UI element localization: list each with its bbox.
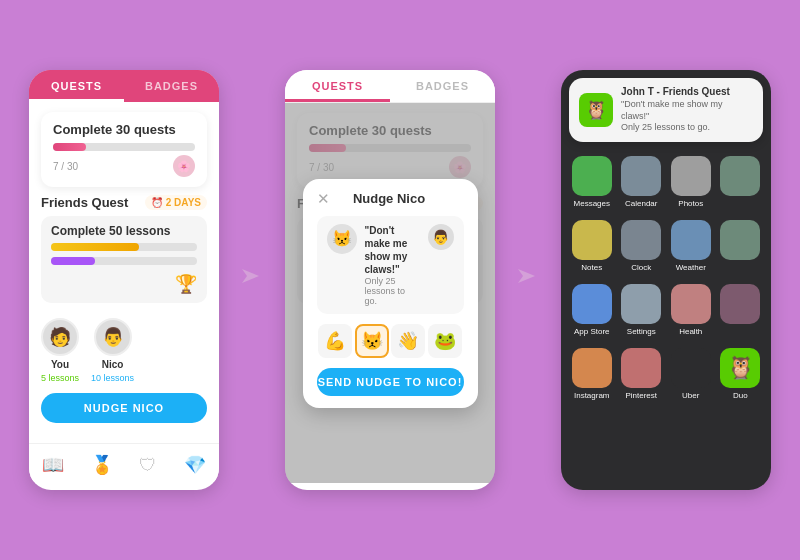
app-instagram[interactable]: Instagram: [571, 348, 613, 400]
app-settings[interactable]: Settings: [621, 284, 663, 336]
modal-header: ✕ Nudge Nico: [317, 191, 464, 206]
ios-notification[interactable]: 🦉 John T - Friends Quest "Don't make me …: [569, 78, 763, 142]
friends-header-1: Friends Quest ⏰ 2 DAYS: [41, 195, 207, 210]
app-duolingo[interactable]: 🦉 Duo: [720, 348, 762, 400]
app-appstore[interactable]: App Store: [571, 284, 613, 336]
quest1-progress-text: 7 / 30 🌸: [53, 155, 195, 177]
phone2-content: Complete 30 quests 7 / 30 🌸 Friends Ques…: [285, 103, 495, 483]
send-nudge-button[interactable]: SEND NUDGE TO NICO!: [317, 368, 464, 396]
avatar-nico-circle: 👨: [94, 318, 132, 356]
app-uber[interactable]: Uber: [670, 348, 712, 400]
notif-text: John T - Friends Quest "Don't make me sh…: [621, 86, 753, 134]
app-grid-row1: Messages Calendar Photos: [561, 150, 771, 214]
svg-marker-0: [242, 269, 259, 283]
friends-section-1: Friends Quest ⏰ 2 DAYS Complete 50 lesso…: [41, 195, 207, 310]
app-extra3[interactable]: [720, 284, 762, 336]
quest1-progress-bg: [53, 143, 195, 151]
app-extra2[interactable]: [720, 220, 762, 272]
modal-overlay: ✕ Nudge Nico 😾 "Don't make me show my cl…: [285, 103, 495, 483]
tab-quests-1[interactable]: QUESTS: [29, 70, 124, 102]
yellow-progress-bg: [51, 243, 197, 251]
emoji-options-row: 💪 😾 👋 🐸: [317, 324, 464, 358]
quest1-progress-fill: [53, 143, 86, 151]
app-health[interactable]: Health: [670, 284, 712, 336]
tab-badges-1[interactable]: BADGES: [124, 70, 219, 102]
emoji-muscle[interactable]: 💪: [318, 324, 352, 358]
days-badge-1: ⏰ 2 DAYS: [145, 195, 207, 210]
phone2-tabs: QUESTS BADGES: [285, 70, 495, 103]
nudge-cat-avatar: 😾: [327, 224, 357, 254]
nav-badge-icon[interactable]: 🏅: [91, 454, 113, 476]
purple-progress-bg: [51, 257, 197, 265]
bottom-nav-1: 📖 🏅 🛡 💎: [29, 443, 219, 482]
arrow-1: [237, 261, 267, 299]
emoji-frog[interactable]: 🐸: [428, 324, 462, 358]
app-grid-row3: App Store Settings Health: [561, 278, 771, 342]
nav-shield-icon[interactable]: 🛡: [139, 455, 157, 476]
tab-quests-2[interactable]: QUESTS: [285, 70, 390, 102]
phone1-content: Complete 30 quests 7 / 30 🌸 Friends Ques…: [29, 102, 219, 482]
nudge-modal: ✕ Nudge Nico 😾 "Don't make me show my cl…: [303, 179, 478, 408]
avatar-you-circle: 🧑: [41, 318, 79, 356]
phone1-tabs: QUESTS BADGES: [29, 70, 219, 102]
nudge-message-card: 😾 "Don't make me show my claws!" Only 25…: [317, 216, 464, 314]
tab-badges-2[interactable]: BADGES: [390, 70, 495, 102]
app-notes[interactable]: Notes: [571, 220, 613, 272]
quest1-card: Complete 30 quests 7 / 30 🌸: [41, 112, 207, 187]
dual-progress-1: [51, 243, 197, 269]
nav-book-icon[interactable]: 📖: [42, 454, 64, 476]
svg-marker-1: [518, 269, 535, 283]
phone-1: QUESTS BADGES Complete 30 quests 7 / 30 …: [29, 70, 219, 490]
yellow-progress-fill: [51, 243, 139, 251]
scene: QUESTS BADGES Complete 30 quests 7 / 30 …: [0, 0, 800, 560]
purple-progress-fill: [51, 257, 95, 265]
lesson-card-1: Complete 50 lessons 🏆: [41, 216, 207, 303]
emoji-cat[interactable]: 😾: [355, 324, 389, 358]
nav-gem-icon[interactable]: 💎: [184, 454, 206, 476]
phone-3: 🦉 John T - Friends Quest "Don't make me …: [561, 70, 771, 490]
app-pinterest[interactable]: Pinterest: [621, 348, 663, 400]
quest1-title: Complete 30 quests: [53, 122, 195, 137]
duo-notif-icon: 🦉: [579, 93, 613, 127]
nico-small-avatar: 👨: [428, 224, 454, 250]
app-grid-row2: Notes Clock Weather: [561, 214, 771, 278]
nudge-button-1[interactable]: NUDGE NICO: [41, 393, 207, 423]
avatar-you: 🧑 You 5 lessons: [41, 318, 79, 383]
app-photos[interactable]: Photos: [670, 156, 712, 208]
emoji-wave[interactable]: 👋: [391, 324, 425, 358]
quest1-badge: 🌸: [173, 155, 195, 177]
close-button[interactable]: ✕: [317, 191, 330, 206]
avatars-row: 🧑 You 5 lessons 👨 Nico 10 lessons: [41, 318, 207, 383]
app-clock[interactable]: Clock: [621, 220, 663, 272]
app-calendar[interactable]: Calendar: [621, 156, 663, 208]
nudge-message-text: "Don't make me show my claws!" Only 25 l…: [365, 224, 420, 306]
app-weather[interactable]: Weather: [670, 220, 712, 272]
quest-trophy-icon: 🏆: [175, 273, 197, 295]
arrow-2: [513, 261, 543, 299]
phone-2: QUESTS BADGES Complete 30 quests 7 / 30 …: [285, 70, 495, 490]
app-extra1[interactable]: [720, 156, 762, 208]
app-messages[interactable]: Messages: [571, 156, 613, 208]
avatar-nico: 👨 Nico 10 lessons: [91, 318, 134, 383]
app-grid-row4: Instagram Pinterest Uber 🦉 Duo: [561, 342, 771, 406]
